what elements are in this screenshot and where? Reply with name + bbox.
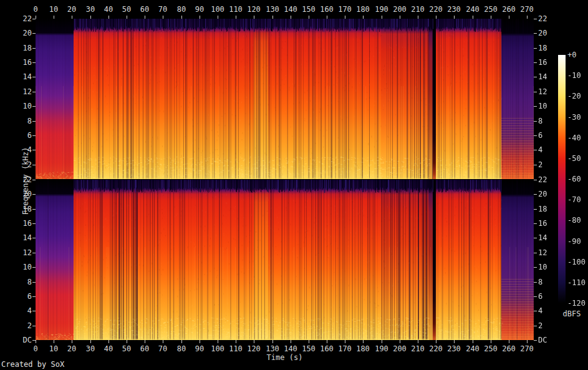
freq-tick-label-right-top-panel: 4 [538, 145, 559, 154]
time-tick-label-top: 20 [62, 5, 82, 14]
time-tick-label-bottom: 50 [117, 344, 137, 353]
time-tick-label-top: 140 [281, 5, 301, 14]
legend-tick-label: -120 [567, 299, 588, 308]
freq-tick-left-top-panel [32, 150, 36, 150]
time-tick-label-bottom: 20 [62, 344, 82, 353]
freq-tick-right-top-panel [534, 135, 537, 136]
time-tick-label-top: 220 [426, 5, 446, 14]
freq-tick-left-bottom-panel [32, 267, 36, 268]
freq-tick-label-right-top-panel: 20 [538, 29, 559, 37]
time-tick-top [473, 16, 473, 19]
freq-tick-right-top-panel [534, 33, 537, 34]
freq-tick-left-top-panel [32, 77, 36, 77]
freq-tick-right-top-panel [534, 48, 537, 49]
legend-tick-label: -110 [567, 278, 588, 287]
freq-tick-left-top-panel [32, 62, 36, 63]
freq-tick-right-top-panel [534, 92, 537, 92]
freq-tick-right-top-panel [534, 62, 537, 63]
freq-tick-label-right-bottom-panel: 22 [538, 175, 559, 184]
sox-credit: Created by SoX [1, 360, 64, 369]
time-tick-bottom [181, 340, 182, 343]
time-tick-bottom [127, 340, 127, 343]
freq-tick-label-right-top-panel: 6 [538, 131, 559, 140]
time-tick-top [36, 16, 36, 19]
time-tick-label-top: 150 [299, 5, 319, 14]
time-tick-label-top: 210 [408, 5, 428, 14]
freq-tick-left-bottom-panel [32, 180, 36, 180]
legend-tick-label: -10 [567, 71, 588, 80]
freq-tick-label-right-bottom-panel: 6 [538, 292, 559, 301]
time-tick-label-top: 40 [99, 5, 118, 14]
freq-tick-label-left-top-panel: 16 [11, 58, 32, 67]
freq-tick-label-right-top-panel: 18 [538, 44, 559, 52]
freq-tick-right-bottom-panel [534, 326, 537, 326]
freq-tick-label-right-bottom-panel: 14 [538, 233, 559, 242]
freq-tick-label-right-bottom-panel: 18 [538, 205, 559, 213]
time-tick-bottom [218, 340, 218, 343]
freq-tick-label-right-top-panel: 22 [538, 14, 559, 23]
time-tick-bottom [36, 340, 36, 343]
time-tick-bottom [418, 340, 418, 343]
time-tick-top [218, 16, 218, 19]
time-tick-top [527, 16, 528, 19]
time-tick-label-bottom: 30 [80, 344, 100, 353]
time-tick-label-bottom: 190 [372, 344, 392, 353]
time-tick-label-top: 200 [390, 5, 410, 14]
freq-tick-label-left-bottom-panel: 6 [11, 292, 32, 301]
time-tick-label-bottom: 200 [390, 344, 410, 353]
time-tick-label-top: 160 [317, 5, 337, 14]
time-tick-label-top: 80 [171, 5, 191, 14]
freq-tick-right-top-panel [534, 19, 537, 19]
legend-tick-label: -40 [567, 134, 588, 142]
freq-tick-right-bottom-panel [534, 223, 537, 224]
time-tick-bottom [436, 340, 436, 343]
freq-tick-label-left-bottom-panel: 22 [11, 175, 32, 184]
time-tick-top [418, 16, 418, 19]
freq-tick-label-left-top-panel: 4 [11, 145, 32, 154]
freq-tick-label-left-bottom-panel: 8 [11, 278, 32, 286]
freq-tick-left-bottom-panel [32, 194, 36, 195]
time-tick-label-bottom: 240 [463, 344, 483, 353]
time-tick-bottom [254, 340, 254, 343]
time-tick-label-top: 240 [463, 5, 483, 14]
time-tick-top [54, 16, 54, 19]
freq-tick-right-top-panel [534, 106, 537, 107]
freq-tick-left-top-panel [32, 92, 36, 92]
freq-tick-right-top-panel [534, 121, 537, 122]
freq-tick-right-bottom-panel [534, 194, 537, 195]
time-tick-label-top: 110 [226, 5, 246, 14]
legend-tick-label: -30 [567, 113, 588, 122]
time-tick-top [200, 16, 200, 19]
time-tick-top [163, 16, 163, 19]
legend-tick-label: -80 [567, 216, 588, 225]
time-tick-bottom [473, 340, 473, 343]
time-tick-top [400, 16, 400, 19]
freq-tick-label-right-bottom-panel: 8 [538, 278, 559, 286]
freq-tick-label-right-top-panel: 2 [538, 160, 559, 169]
freq-tick-left-top-panel [32, 135, 36, 136]
time-tick-label-top: 260 [499, 5, 519, 14]
freq-tick-right-bottom-panel [534, 296, 537, 297]
spectrogram-left-channel [36, 19, 534, 179]
freq-tick-left-top-panel [32, 19, 36, 19]
time-tick-label-bottom: 260 [499, 344, 519, 353]
freq-tick-right-bottom-panel [534, 180, 537, 180]
time-tick-label-top: 70 [153, 5, 173, 14]
time-tick-label-top: 100 [208, 5, 228, 14]
freq-tick-label-left-bottom-panel: 20 [11, 190, 32, 198]
freq-tick-label-left-top-panel: 12 [11, 87, 32, 96]
time-tick-label-bottom: 40 [99, 344, 118, 353]
time-tick-label-bottom: 220 [426, 344, 446, 353]
time-tick-bottom [509, 340, 509, 343]
dbfs-unit-label: dBFS [559, 309, 584, 318]
freq-tick-label-left-top-panel: 14 [11, 72, 32, 81]
time-tick-label-top: 170 [335, 5, 355, 14]
time-tick-label-bottom: 210 [408, 344, 428, 353]
time-tick-bottom [272, 340, 273, 343]
time-tick-label-bottom: 60 [135, 344, 155, 353]
time-tick-top [382, 16, 382, 19]
freq-tick-label-left-top-panel: 10 [11, 102, 32, 110]
freq-tick-right-bottom-panel [534, 253, 537, 253]
freq-tick-label-left-bottom-panel: 10 [11, 263, 32, 271]
time-tick-label-top: 50 [117, 5, 137, 14]
